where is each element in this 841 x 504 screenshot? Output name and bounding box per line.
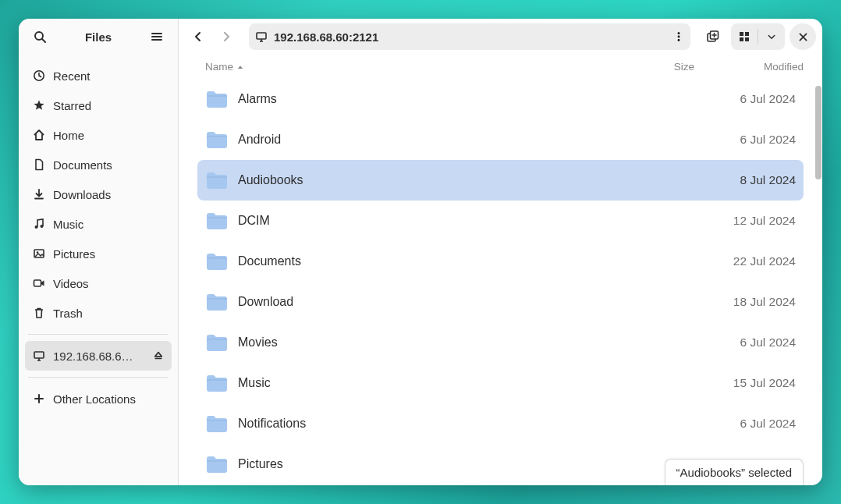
sidebar-item-pictures[interactable]: Pictures bbox=[25, 239, 172, 268]
path-bar[interactable]: 192.168.68.60:2121 bbox=[249, 23, 690, 50]
close-button[interactable] bbox=[790, 23, 816, 50]
path-menu-button[interactable] bbox=[673, 31, 684, 42]
file-name: Pictures bbox=[238, 457, 616, 471]
folder-icon bbox=[205, 454, 229, 474]
sidebar-item-recent[interactable]: Recent bbox=[25, 61, 172, 91]
folder-icon bbox=[205, 170, 229, 190]
svg-rect-20 bbox=[740, 37, 743, 41]
file-modified: 15 Jul 2024 bbox=[687, 376, 796, 390]
chevron-left-icon bbox=[192, 30, 204, 43]
main-panel: 192.168.68.60:2121 bbox=[179, 19, 822, 485]
file-name: Alarms bbox=[238, 92, 616, 106]
document-icon bbox=[33, 158, 45, 171]
sidebar-item-label: 192.168.68.6… bbox=[53, 350, 145, 363]
back-button[interactable] bbox=[185, 23, 211, 50]
star-icon bbox=[33, 99, 45, 112]
folder-icon bbox=[205, 211, 229, 231]
eject-icon[interactable] bbox=[153, 350, 164, 361]
svg-point-13 bbox=[678, 32, 680, 34]
sidebar-item-label: Home bbox=[53, 129, 164, 142]
svg-point-15 bbox=[678, 39, 680, 41]
sidebar-item-home[interactable]: Home bbox=[25, 120, 172, 150]
column-name[interactable]: Name bbox=[205, 61, 624, 73]
file-name: Movies bbox=[238, 335, 616, 350]
sidebar-item-starred[interactable]: Starred bbox=[25, 91, 172, 120]
svg-point-14 bbox=[678, 36, 680, 38]
search-button[interactable] bbox=[27, 23, 53, 50]
file-row[interactable]: Android6 Jul 2024 bbox=[197, 119, 804, 160]
file-name: Download bbox=[238, 295, 616, 309]
svg-rect-10 bbox=[34, 280, 41, 286]
column-headers: Name Size Modified bbox=[179, 55, 822, 79]
sidebar: Files Recent Starred Home Documents bbox=[19, 19, 179, 485]
column-size[interactable]: Size bbox=[624, 61, 694, 73]
sidebar-item-other-locations[interactable]: Other Locations bbox=[25, 384, 172, 413]
sidebar-places: Recent Starred Home Documents Downloads … bbox=[19, 55, 178, 413]
sidebar-item-label: Videos bbox=[53, 277, 164, 290]
path-text: 192.168.68.60:2121 bbox=[274, 30, 667, 44]
grid-icon bbox=[738, 30, 751, 43]
file-modified: 12 Jul 2024 bbox=[687, 214, 796, 228]
divider bbox=[28, 377, 169, 378]
new-tab-button[interactable] bbox=[700, 23, 726, 50]
folder-icon bbox=[205, 332, 229, 353]
file-row[interactable]: Movies6 Jul 2024 bbox=[197, 322, 804, 363]
sidebar-item-documents[interactable]: Documents bbox=[25, 150, 172, 179]
sidebar-item-videos[interactable]: Videos bbox=[25, 268, 172, 298]
sidebar-item-label: Pictures bbox=[53, 247, 164, 261]
close-icon bbox=[798, 32, 808, 42]
sidebar-item-label: Trash bbox=[53, 307, 164, 320]
sidebar-mount[interactable]: 192.168.68.6… bbox=[25, 341, 172, 371]
file-modified: 6 Jul 2024 bbox=[687, 335, 796, 350]
sidebar-item-label: Recent bbox=[53, 69, 164, 83]
picture-icon bbox=[33, 247, 45, 260]
music-note-icon bbox=[33, 218, 45, 230]
chevron-right-icon bbox=[220, 30, 232, 43]
files-window: Files Recent Starred Home Documents bbox=[19, 19, 822, 485]
folder-icon bbox=[205, 292, 229, 312]
file-name: Documents bbox=[238, 254, 616, 268]
file-row[interactable]: Alarms6 Jul 2024 bbox=[197, 79, 804, 119]
file-row[interactable]: Music15 Jul 2024 bbox=[197, 363, 804, 403]
file-modified: 6 Jul 2024 bbox=[687, 92, 796, 106]
video-icon bbox=[33, 277, 45, 289]
file-name: Android bbox=[238, 133, 616, 147]
sidebar-item-trash[interactable]: Trash bbox=[25, 298, 172, 328]
file-row[interactable]: Documents22 Jul 2024 bbox=[197, 241, 804, 282]
svg-line-1 bbox=[42, 39, 45, 42]
search-icon bbox=[34, 30, 46, 43]
sidebar-item-music[interactable]: Music bbox=[25, 209, 172, 239]
monitor-icon bbox=[33, 350, 45, 362]
view-grid-button[interactable] bbox=[731, 23, 758, 50]
column-modified[interactable]: Modified bbox=[694, 61, 804, 73]
home-icon bbox=[33, 129, 45, 141]
file-modified: 6 Jul 2024 bbox=[687, 133, 796, 147]
file-name: Notifications bbox=[238, 417, 616, 431]
app-title: Files bbox=[53, 30, 144, 44]
svg-rect-19 bbox=[745, 32, 749, 36]
file-row[interactable]: Download18 Jul 2024 bbox=[197, 282, 804, 322]
svg-rect-12 bbox=[257, 33, 266, 39]
forward-button[interactable] bbox=[213, 23, 240, 50]
sort-asc-icon bbox=[236, 63, 244, 71]
file-name: DCIM bbox=[238, 214, 616, 228]
file-list: Alarms6 Jul 2024Android6 Jul 2024Audiobo… bbox=[179, 79, 822, 484]
kebab-icon bbox=[673, 31, 684, 42]
sidebar-item-label: Other Locations bbox=[53, 392, 164, 406]
file-row[interactable]: Notifications6 Jul 2024 bbox=[197, 403, 804, 444]
sidebar-item-downloads[interactable]: Downloads bbox=[25, 179, 172, 209]
clock-icon bbox=[33, 69, 45, 82]
chevron-down-icon bbox=[767, 32, 776, 41]
sidebar-header: Files bbox=[19, 19, 178, 55]
sidebar-item-label: Starred bbox=[53, 99, 164, 112]
monitor-icon bbox=[255, 30, 268, 43]
svg-point-7 bbox=[41, 225, 44, 228]
file-name: Audiobooks bbox=[238, 173, 616, 187]
file-row[interactable]: Audiobooks8 Jul 2024 bbox=[197, 160, 804, 201]
file-row[interactable]: DCIM12 Jul 2024 bbox=[197, 201, 804, 241]
view-dropdown-button[interactable] bbox=[758, 23, 785, 50]
sidebar-menu-button[interactable] bbox=[144, 23, 170, 50]
folder-icon bbox=[205, 413, 229, 434]
file-modified: 18 Jul 2024 bbox=[687, 295, 796, 309]
scrollbar[interactable] bbox=[815, 86, 821, 179]
